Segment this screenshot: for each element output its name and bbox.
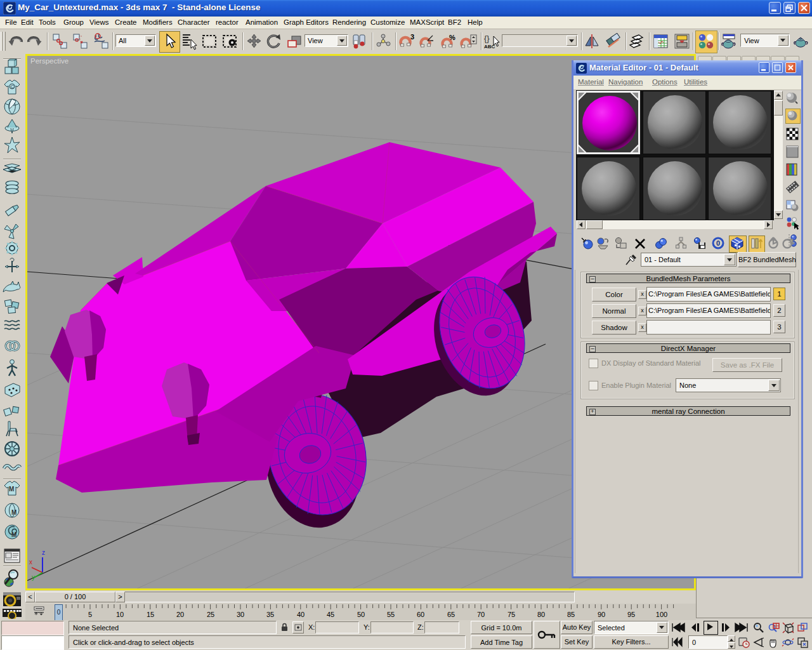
svg-text:0: 0: [716, 239, 720, 247]
svg-text:3: 3: [410, 33, 414, 41]
svg-text:25: 25: [207, 611, 214, 618]
svg-text:z: z: [42, 549, 45, 556]
svg-text:80: 80: [537, 611, 545, 618]
svg-text:85: 85: [567, 611, 575, 618]
svg-text:x: x: [29, 559, 32, 566]
svg-text:95: 95: [627, 611, 635, 618]
svg-text:50: 50: [357, 611, 365, 618]
svg-text:M: M: [9, 486, 14, 493]
svg-text:65: 65: [447, 611, 455, 618]
svg-text:75: 75: [508, 611, 515, 618]
svg-text:20: 20: [176, 611, 184, 618]
svg-text:15: 15: [147, 611, 154, 618]
svg-text:M: M: [11, 509, 16, 516]
svg-text:60: 60: [417, 611, 424, 618]
svg-text:C: C: [11, 84, 15, 90]
svg-text:M: M: [11, 531, 16, 538]
svg-text:70: 70: [477, 611, 485, 618]
svg-text:100: 100: [656, 611, 667, 618]
svg-text:45: 45: [327, 611, 334, 618]
svg-text:5: 5: [88, 611, 92, 618]
svg-text:30: 30: [237, 611, 244, 618]
svg-text:55: 55: [387, 611, 395, 618]
svg-text:10: 10: [116, 611, 124, 618]
svg-text:y: y: [32, 574, 35, 581]
svg-text:35: 35: [266, 611, 274, 618]
svg-text:{}: {}: [484, 34, 490, 43]
svg-text:90: 90: [598, 611, 605, 618]
svg-text:40: 40: [297, 611, 304, 618]
svg-text:%: %: [449, 34, 455, 41]
